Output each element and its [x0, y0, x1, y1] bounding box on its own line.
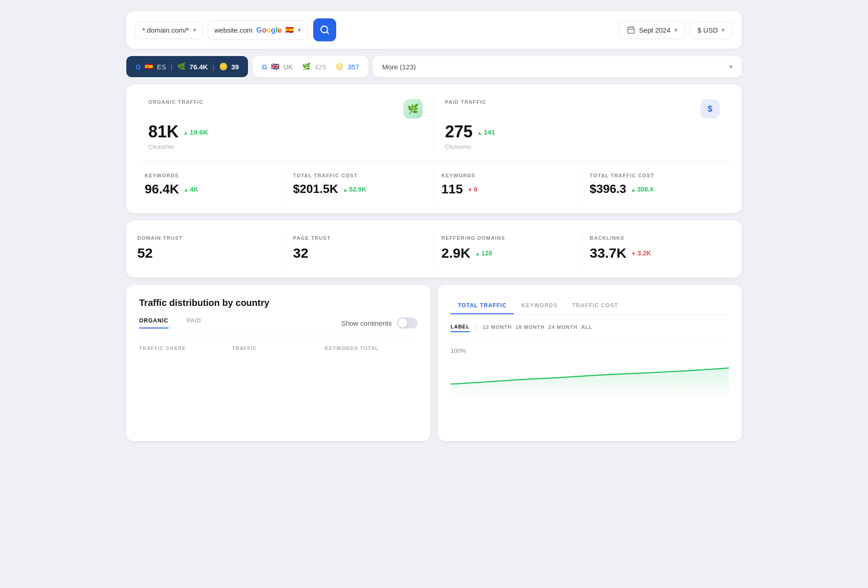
paid-sub: Clicks/mo	[445, 143, 720, 150]
backlinks-row: 33.7K 3.2K	[590, 245, 723, 261]
organic-cost-cell: TOTAL TRAFFIC COST $201.5K 52.9K	[286, 169, 434, 202]
time-label[interactable]: LABEL	[451, 324, 470, 332]
ref-domains-value: 2.9K	[441, 245, 470, 261]
country-tab-uk[interactable]: G 🇬🇧 UK 🌿 429 🪙 357	[253, 56, 368, 77]
coin-icon-uk: 🪙	[335, 62, 344, 71]
search-button[interactable]	[313, 18, 336, 41]
more-tab[interactable]: More (123) ▾	[373, 56, 742, 77]
organic-keywords-label: KEYWORDS	[145, 173, 278, 178]
paid-keywords-cell: KEYWORDS 115 6	[434, 169, 582, 202]
table-headers: TRAFFIC SHARE TRAFFIC KEYWORDS TOTAL	[139, 342, 417, 355]
domain-trust-value: 52	[137, 245, 278, 261]
col-traffic-share: TRAFFIC SHARE	[139, 342, 232, 355]
paid-icon: $	[700, 99, 720, 119]
time-all[interactable]: ALL	[581, 324, 592, 332]
time-18m[interactable]: 18 MONTH	[515, 324, 545, 332]
time-filter-row: LABEL | 12 MONTH 18 MONTH 24 MONTH ALL	[451, 324, 729, 338]
time-12m[interactable]: 12 MONTH	[483, 324, 512, 332]
organic-tab[interactable]: ORGANIC	[139, 317, 169, 328]
domain-trust-label: DOMAIN TRUST	[137, 235, 278, 241]
google-g-icon: Google	[256, 26, 282, 34]
leaf-icon-uk: 🌿	[302, 62, 311, 71]
organic-value: 81K	[148, 122, 179, 141]
backlinks-change: 3.2K	[631, 249, 651, 257]
traffic-dist-title: Traffic distribution by country	[139, 298, 417, 308]
organic-change: 19.6K	[183, 128, 208, 136]
organic-keywords-cell: KEYWORDS 96.4K 4K	[137, 169, 286, 202]
spain-flag: 🇪🇸	[285, 26, 294, 34]
organic-cost-change: 52.9K	[343, 186, 366, 193]
bottom-grid: Traffic distribution by country ORGANIC …	[126, 285, 742, 441]
paid-change: 141	[477, 128, 495, 136]
tab-traffic-cost[interactable]: TRAFFIC COST	[565, 298, 626, 314]
organic-cost-row: $201.5K 52.9K	[293, 182, 426, 196]
domain-value: *.domain.com/*	[142, 26, 189, 34]
tab-total-traffic[interactable]: TOTAL TRAFFIC	[451, 298, 514, 314]
google-icon-uk: G	[262, 63, 267, 71]
organic-keywords-value: 96.4K	[145, 182, 179, 197]
paid-value-row: 275 141	[445, 122, 720, 141]
chart-tab-row: TOTAL TRAFFIC KEYWORDS TRAFFIC COST	[451, 298, 729, 315]
website-select[interactable]: website.com Google 🇪🇸 ▾	[208, 20, 309, 40]
paid-cost-value: $396.3	[590, 182, 626, 196]
country-tab-es[interactable]: G 🇪🇸 ES | 🌿 76.4K | 🪙 39	[126, 56, 248, 77]
ref-domains-label: REFFERING DOMAINS	[441, 235, 575, 241]
backlinks-label: BACKLINKS	[590, 235, 723, 241]
website-chevron: ▾	[298, 26, 301, 34]
backlinks-value: 33.7K	[590, 245, 626, 261]
paid-keywords-label: KEYWORDS	[441, 173, 575, 178]
domain-trust-cell: DOMAIN TRUST 52	[137, 232, 286, 266]
country-tabs: G 🇪🇸 ES | 🌿 76.4K | 🪙 39 G 🇬🇧 UK 🌿 429 🪙…	[126, 56, 742, 77]
domain-select[interactable]: *.domain.com/* ▾	[135, 21, 203, 39]
organic-col: ORGANIC TRAFFIC 🌿 81K 19.6K Clicks/mo	[137, 96, 434, 154]
page-trust-cell: PAGE TRUST 32	[286, 232, 434, 266]
calendar-icon	[627, 26, 635, 34]
sub-stats-grid: KEYWORDS 96.4K 4K TOTAL TRAFFIC COST $20…	[137, 161, 731, 202]
paid-value: 275	[445, 122, 473, 141]
time-24m[interactable]: 24 MONTH	[548, 324, 578, 332]
organic-icon: 🌿	[403, 99, 423, 119]
paid-cost-row: $396.3 308.4	[590, 182, 723, 196]
toggle-knob	[398, 318, 407, 328]
paid-cost-cell: TOTAL TRAFFIC COST $396.3 308.4	[582, 169, 731, 202]
organic-sub: Clicks/mo	[148, 143, 423, 150]
website-value: website.com	[214, 26, 253, 34]
organic-paid-tabs: ORGANIC PAID	[139, 317, 201, 328]
search-bar: *.domain.com/* ▾ website.com Google 🇪🇸 ▾	[126, 11, 742, 49]
date-value: Sept 2024	[639, 26, 670, 34]
col-traffic: TRAFFIC	[232, 342, 325, 355]
divider1: |	[171, 63, 173, 71]
divider2: |	[213, 63, 214, 71]
trust-grid: DOMAIN TRUST 52 PAGE TRUST 32 REFFERING …	[137, 232, 731, 266]
es-country: ES	[157, 63, 166, 71]
show-continents-toggle[interactable]	[397, 317, 417, 328]
uk-keywords: 357	[348, 63, 359, 71]
more-tab-label: More (123)	[382, 63, 416, 71]
es-flag: 🇪🇸	[145, 62, 153, 71]
leaf-icon-es: 🌿	[177, 62, 186, 71]
paid-keywords-value: 115	[441, 182, 463, 197]
page-trust-label: PAGE TRUST	[293, 235, 426, 241]
es-traffic: 76.4K	[190, 63, 208, 71]
show-continents-label: Show continents	[341, 319, 392, 327]
ref-domains-change: 128	[475, 249, 492, 257]
ref-domains-cell: REFFERING DOMAINS 2.9K 128	[434, 232, 582, 266]
date-select[interactable]: Sept 2024 ▾	[619, 21, 685, 39]
currency-chevron: ▾	[721, 26, 725, 34]
paid-label: PAID TRAFFIC	[445, 99, 486, 105]
currency-select[interactable]: $ USD ▾	[690, 21, 733, 39]
organic-keywords-change: 4K	[184, 186, 198, 193]
traffic-dist-card: Traffic distribution by country ORGANIC …	[126, 285, 430, 441]
divider3	[297, 63, 299, 71]
svg-line-1	[327, 32, 328, 34]
percent-label: 100%	[451, 347, 466, 354]
tab-keywords[interactable]: KEYWORDS	[514, 298, 565, 314]
divider4	[330, 63, 332, 71]
es-keywords: 39	[231, 63, 239, 71]
paid-keywords-change: 6	[468, 186, 478, 193]
paid-tab[interactable]: PAID	[187, 317, 202, 328]
paid-cost-change: 308.4	[631, 186, 654, 193]
toggle-row: Show continents	[341, 317, 417, 328]
paid-cost-label: TOTAL TRAFFIC COST	[590, 173, 723, 178]
more-chevron: ▾	[729, 63, 733, 70]
